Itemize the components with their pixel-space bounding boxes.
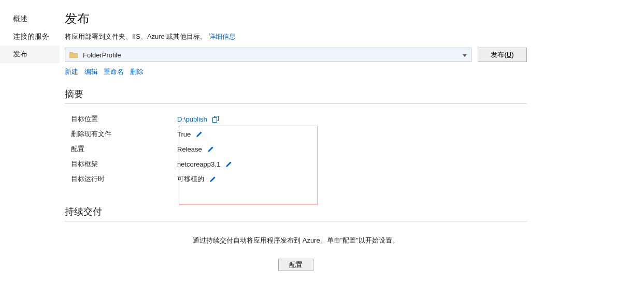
summary-table: 目标位置 D:\publish 删除现有文件 True xyxy=(71,114,639,184)
svg-rect-1 xyxy=(212,117,217,122)
sidebar: 概述 连接的服务 发布 xyxy=(0,0,60,284)
summary-row-target-location: 目标位置 D:\publish xyxy=(71,114,639,124)
publish-button[interactable]: 发布(U) xyxy=(478,48,527,62)
main-content: 发布 将应用部署到文件夹、IIS、Azure 或其他目标。 详细信息 Folde… xyxy=(60,0,644,284)
summary-row-target-framework: 目标框架 netcoreapp3.1 xyxy=(71,159,639,169)
summary-label: 目标运行时 xyxy=(71,174,177,184)
summary-label: 目标位置 xyxy=(71,114,177,124)
profile-delete-link[interactable]: 删除 xyxy=(130,68,144,76)
detail-link[interactable]: 详细信息 xyxy=(209,33,236,40)
subtitle-text: 将应用部署到文件夹、IIS、Azure 或其他目标。 xyxy=(65,33,207,40)
summary-row-target-runtime: 目标运行时 可移植的 xyxy=(71,174,639,184)
target-location-link[interactable]: D:\publish xyxy=(177,115,207,123)
sidebar-item-publish[interactable]: 发布 xyxy=(0,46,60,63)
sidebar-item-overview[interactable]: 概述 xyxy=(0,10,60,28)
profile-select[interactable]: FolderProfile xyxy=(65,48,471,62)
configuration-value: Release xyxy=(177,145,202,153)
profile-name: FolderProfile xyxy=(83,51,463,59)
summary-label: 目标框架 xyxy=(71,159,177,169)
delete-existing-value: True xyxy=(177,130,191,138)
summary-row-delete-existing: 删除现有文件 True xyxy=(71,129,639,139)
summary-title: 摘要 xyxy=(65,88,527,104)
summary-row-configuration: 配置 Release xyxy=(71,144,639,154)
pencil-icon[interactable] xyxy=(196,131,203,138)
configure-button[interactable]: 配置 xyxy=(278,259,313,271)
chevron-down-icon xyxy=(463,52,467,58)
page-subtitle: 将应用部署到文件夹、IIS、Azure 或其他目标。 详细信息 xyxy=(65,32,639,41)
cd-description: 通过持续交付自动将应用程序发布到 Azure。单击"配置"以开始设置。 xyxy=(65,236,527,245)
copy-icon[interactable] xyxy=(212,116,219,123)
profile-new-link[interactable]: 新建 xyxy=(65,68,78,76)
sidebar-item-connected-services[interactable]: 连接的服务 xyxy=(0,28,60,46)
pencil-icon[interactable] xyxy=(207,146,214,153)
summary-label: 删除现有文件 xyxy=(71,129,177,139)
pencil-icon[interactable] xyxy=(225,161,232,168)
page-title: 发布 xyxy=(65,10,639,27)
summary-label: 配置 xyxy=(71,144,177,154)
folder-icon xyxy=(69,51,78,59)
cd-title: 持续交付 xyxy=(65,205,527,221)
pencil-icon[interactable] xyxy=(209,176,216,183)
target-framework-value: netcoreapp3.1 xyxy=(177,160,220,168)
profile-rename-link[interactable]: 重命名 xyxy=(104,68,124,76)
profile-actions: 新建 编辑 重命名 删除 xyxy=(65,67,639,77)
target-runtime-value: 可移植的 xyxy=(177,174,204,184)
profile-edit-link[interactable]: 编辑 xyxy=(84,68,98,76)
